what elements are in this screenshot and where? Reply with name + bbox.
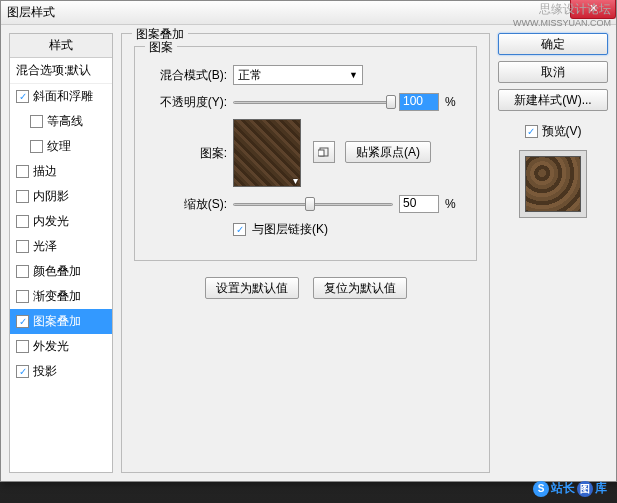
blend-mode-row: 混合模式(B): 正常 ▼ — [147, 65, 464, 85]
style-item[interactable]: 投影 — [10, 359, 112, 384]
style-label: 等高线 — [47, 113, 83, 130]
blend-mode-value: 正常 — [238, 67, 262, 84]
opacity-input[interactable]: 100 — [399, 93, 439, 111]
preview-checkbox[interactable] — [525, 125, 538, 138]
cancel-button[interactable]: 取消 — [498, 61, 608, 83]
style-checkbox[interactable] — [16, 165, 29, 178]
scale-label: 缩放(S): — [147, 196, 227, 213]
style-item[interactable]: 斜面和浮雕 — [10, 84, 112, 109]
style-item[interactable]: 描边 — [10, 159, 112, 184]
style-item[interactable]: 颜色叠加 — [10, 259, 112, 284]
scale-slider[interactable] — [233, 203, 393, 206]
scale-unit: % — [445, 197, 456, 211]
style-item[interactable]: 渐变叠加 — [10, 284, 112, 309]
link-with-layer-checkbox[interactable] — [233, 223, 246, 236]
style-item[interactable]: 等高线 — [10, 109, 112, 134]
style-label: 投影 — [33, 363, 57, 380]
watermark-bottom: S 站长 图 库 — [533, 480, 607, 497]
style-checkbox[interactable] — [16, 315, 29, 328]
pattern-overlay-fieldset: 图案叠加 图案 混合模式(B): 正常 ▼ 不透明度(Y): — [121, 33, 490, 473]
defaults-row: 设置为默认值 复位为默认值 — [134, 277, 477, 299]
reset-default-button[interactable]: 复位为默认值 — [313, 277, 407, 299]
style-checkbox[interactable] — [16, 215, 29, 228]
style-checkbox[interactable] — [16, 265, 29, 278]
scale-row: 缩放(S): 50 % — [147, 195, 464, 213]
style-item[interactable]: 图案叠加 — [10, 309, 112, 334]
chevron-down-icon: ▼ — [349, 70, 358, 80]
style-checkbox[interactable] — [16, 240, 29, 253]
opacity-label: 不透明度(Y): — [147, 94, 227, 111]
watermark-line2: WWW.MISSYUAN.COM — [513, 18, 611, 30]
preview-label: 预览(V) — [542, 123, 582, 140]
dialog-title: 图层样式 — [7, 4, 55, 21]
blend-mode-label: 混合模式(B): — [147, 67, 227, 84]
style-checkbox[interactable] — [16, 290, 29, 303]
style-item[interactable]: 光泽 — [10, 234, 112, 259]
make-default-button[interactable]: 设置为默认值 — [205, 277, 299, 299]
pattern-group: 图案 混合模式(B): 正常 ▼ 不透明度(Y): 100 — [134, 46, 477, 261]
opacity-slider[interactable] — [233, 101, 393, 104]
scale-slider-thumb[interactable] — [305, 197, 315, 211]
pattern-picker[interactable] — [233, 119, 301, 187]
link-row: 与图层链接(K) — [147, 221, 464, 238]
dialog-body: 样式 混合选项:默认 斜面和浮雕等高线纹理描边内阴影内发光光泽颜色叠加渐变叠加图… — [1, 25, 616, 481]
watermark-top: 思缘设计论坛 WWW.MISSYUAN.COM — [513, 2, 611, 29]
svg-rect-1 — [318, 150, 324, 156]
style-label: 描边 — [33, 163, 57, 180]
blend-mode-dropdown[interactable]: 正常 ▼ — [233, 65, 363, 85]
style-label: 渐变叠加 — [33, 288, 81, 305]
preview-swatch — [519, 150, 587, 218]
preview-texture — [525, 156, 581, 212]
style-label: 内阴影 — [33, 188, 69, 205]
ok-button[interactable]: 确定 — [498, 33, 608, 55]
opacity-slider-thumb[interactable] — [386, 95, 396, 109]
style-label: 斜面和浮雕 — [33, 88, 93, 105]
style-item[interactable]: 纹理 — [10, 134, 112, 159]
logo-icon-2: 图 — [577, 481, 593, 497]
style-checkbox[interactable] — [16, 340, 29, 353]
style-label: 颜色叠加 — [33, 263, 81, 280]
style-label: 图案叠加 — [33, 313, 81, 330]
pattern-label: 图案: — [147, 119, 227, 162]
group-title: 图案 — [145, 39, 177, 56]
styles-panel: 样式 混合选项:默认 斜面和浮雕等高线纹理描边内阴影内发光光泽颜色叠加渐变叠加图… — [9, 33, 113, 473]
create-pattern-button[interactable] — [313, 141, 335, 163]
scale-input[interactable]: 50 — [399, 195, 439, 213]
new-style-button[interactable]: 新建样式(W)... — [498, 89, 608, 111]
preview-row: 预览(V) — [498, 123, 608, 140]
wm-text1: 站长 — [551, 480, 575, 497]
style-checkbox[interactable] — [16, 90, 29, 103]
style-label: 内发光 — [33, 213, 69, 230]
styles-list: 样式 混合选项:默认 斜面和浮雕等高线纹理描边内阴影内发光光泽颜色叠加渐变叠加图… — [9, 33, 113, 473]
opacity-row: 不透明度(Y): 100 % — [147, 93, 464, 111]
style-checkbox[interactable] — [30, 115, 43, 128]
blend-options-row[interactable]: 混合选项:默认 — [10, 58, 112, 84]
style-checkbox[interactable] — [16, 190, 29, 203]
style-label: 光泽 — [33, 238, 57, 255]
style-checkbox[interactable] — [30, 140, 43, 153]
action-panel: 确定 取消 新建样式(W)... 预览(V) — [498, 33, 608, 473]
opacity-unit: % — [445, 95, 456, 109]
style-item[interactable]: 内发光 — [10, 209, 112, 234]
style-item[interactable]: 外发光 — [10, 334, 112, 359]
watermark-line1: 思缘设计论坛 — [513, 2, 611, 18]
styles-header[interactable]: 样式 — [10, 34, 112, 58]
logo-icon: S — [533, 481, 549, 497]
link-label: 与图层链接(K) — [252, 221, 328, 238]
style-label: 外发光 — [33, 338, 69, 355]
snap-to-origin-button[interactable]: 贴紧原点(A) — [345, 141, 431, 163]
new-pattern-icon — [318, 146, 330, 158]
wm-text2: 库 — [595, 480, 607, 497]
pattern-row: 图案: 贴紧原点(A) — [147, 119, 464, 187]
style-checkbox[interactable] — [16, 365, 29, 378]
style-label: 纹理 — [47, 138, 71, 155]
layer-style-dialog: 图层样式 ✕ 样式 混合选项:默认 斜面和浮雕等高线纹理描边内阴影内发光光泽颜色… — [0, 0, 617, 482]
style-item[interactable]: 内阴影 — [10, 184, 112, 209]
options-panel: 图案叠加 图案 混合模式(B): 正常 ▼ 不透明度(Y): — [121, 33, 490, 473]
